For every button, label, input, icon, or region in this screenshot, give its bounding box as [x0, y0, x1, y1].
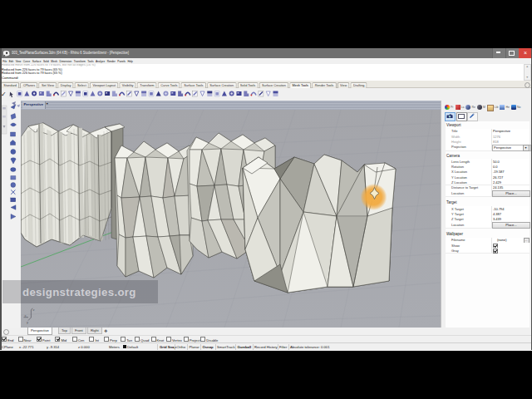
svg-text:z: z	[33, 308, 35, 312]
svg-text:y: y	[27, 320, 28, 324]
svg-text:✓: ✓	[1, 91, 7, 98]
svg-text:x: x	[25, 313, 27, 318]
